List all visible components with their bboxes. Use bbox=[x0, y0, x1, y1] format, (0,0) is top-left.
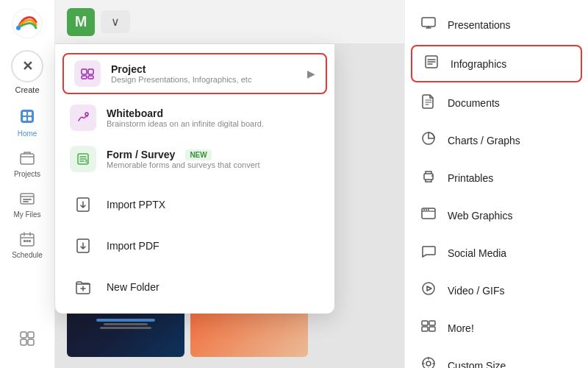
project-icon bbox=[74, 60, 101, 87]
rp-item-printables[interactable]: Printables bbox=[405, 159, 588, 197]
dropdown-item-whiteboard[interactable]: Whiteboard Brainstorm ideas on an infini… bbox=[55, 97, 334, 138]
new-folder-label: New Folder bbox=[107, 281, 159, 293]
import-pdf-icon bbox=[70, 233, 96, 259]
video-icon bbox=[420, 280, 437, 300]
web-graphics-icon bbox=[420, 205, 437, 225]
presentations-label: Presentations bbox=[448, 19, 511, 31]
main-content: M ∨ Project Design Presentations, Infogr… bbox=[55, 0, 404, 368]
video-label: Video / GIFs bbox=[448, 285, 505, 297]
documents-icon bbox=[420, 93, 437, 113]
svg-rect-4 bbox=[28, 112, 32, 116]
svg-point-36 bbox=[428, 209, 429, 210]
sidebar-item-home[interactable]: Home bbox=[0, 102, 54, 144]
whiteboard-text: Whiteboard Brainstorm ideas on an infini… bbox=[107, 107, 264, 128]
myfiles-icon bbox=[18, 190, 36, 210]
web-graphics-label: Web Graphics bbox=[448, 210, 512, 222]
project-arrow: ▶ bbox=[307, 68, 315, 79]
rp-item-social-media[interactable]: Social Media bbox=[405, 234, 588, 272]
svg-rect-15 bbox=[21, 332, 26, 338]
dropdown-item-project[interactable]: Project Design Presentations, Infographi… bbox=[62, 53, 327, 94]
svg-rect-10 bbox=[23, 201, 29, 202]
svg-point-43 bbox=[426, 361, 431, 366]
svg-rect-21 bbox=[82, 76, 87, 79]
sidebar-item-myfiles[interactable]: My Files bbox=[0, 184, 54, 224]
more-icon bbox=[420, 318, 437, 338]
svg-point-23 bbox=[85, 113, 88, 116]
svg-rect-18 bbox=[28, 339, 34, 345]
charts-label: Charts / Graphs bbox=[448, 135, 520, 146]
presentations-icon bbox=[420, 15, 437, 35]
dropdown-item-form[interactable]: Form / Survey NEW Memorable forms and su… bbox=[55, 138, 334, 180]
rp-item-charts[interactable]: Charts / Graphs bbox=[405, 121, 588, 159]
create-close-button[interactable]: ✕ bbox=[11, 50, 43, 82]
printables-label: Printables bbox=[448, 172, 493, 184]
svg-rect-31 bbox=[424, 174, 433, 180]
svg-rect-28 bbox=[422, 18, 435, 26]
charts-icon bbox=[420, 130, 437, 150]
infographics-label: Infographics bbox=[451, 58, 506, 70]
whiteboard-subtitle: Brainstorm ideas on an infinite digital … bbox=[107, 119, 264, 128]
svg-rect-9 bbox=[23, 199, 32, 200]
dropdown-item-import-pptx[interactable]: Import PPTX bbox=[55, 184, 334, 225]
rp-item-web-graphics[interactable]: Web Graphics bbox=[405, 197, 588, 234]
svg-rect-41 bbox=[429, 327, 435, 331]
svg-point-32 bbox=[431, 175, 433, 177]
form-subtitle: Memorable forms and surveys that convert bbox=[107, 160, 259, 169]
rp-item-infographics[interactable]: Infographics bbox=[411, 45, 582, 82]
more-label: More! bbox=[448, 322, 474, 334]
extra-icon bbox=[18, 330, 36, 350]
svg-rect-2 bbox=[21, 110, 34, 123]
svg-point-37 bbox=[423, 283, 434, 294]
whiteboard-icon bbox=[70, 105, 96, 131]
sidebar-myfiles-label: My Files bbox=[13, 210, 40, 219]
svg-rect-16 bbox=[28, 332, 34, 338]
svg-rect-40 bbox=[422, 327, 428, 331]
new-badge: NEW bbox=[185, 149, 211, 160]
sidebar-logo bbox=[11, 7, 43, 43]
custom-size-label: Custom Size bbox=[448, 360, 506, 369]
form-text: Form / Survey NEW Memorable forms and su… bbox=[107, 149, 259, 169]
social-media-icon bbox=[420, 243, 437, 263]
create-label: Create bbox=[15, 85, 39, 94]
sidebar-schedule-label: Schedule bbox=[12, 251, 43, 259]
close-icon: ✕ bbox=[22, 58, 33, 74]
schedule-icon bbox=[18, 230, 36, 251]
printables-icon bbox=[420, 168, 437, 188]
sidebar-item-schedule[interactable]: Schedule bbox=[0, 224, 54, 265]
sidebar-item-projects[interactable]: Projects bbox=[0, 144, 54, 184]
rp-item-custom-size[interactable]: Custom Size bbox=[405, 347, 588, 368]
svg-rect-5 bbox=[23, 117, 26, 121]
import-pptx-label: Import PPTX bbox=[107, 199, 165, 210]
right-panel: Presentations Infographics Documents bbox=[404, 0, 588, 368]
svg-rect-17 bbox=[21, 339, 26, 345]
rp-item-documents[interactable]: Documents bbox=[405, 84, 588, 121]
rp-item-video[interactable]: Video / GIFs bbox=[405, 272, 588, 309]
dropdown-item-new-folder[interactable]: New Folder bbox=[55, 266, 334, 308]
svg-point-1 bbox=[16, 26, 21, 30]
svg-point-34 bbox=[423, 209, 425, 210]
documents-label: Documents bbox=[448, 97, 500, 109]
form-icon bbox=[70, 146, 96, 172]
svg-rect-19 bbox=[82, 69, 87, 74]
social-media-label: Social Media bbox=[448, 247, 506, 259]
custom-size-icon bbox=[420, 355, 437, 368]
rp-item-more[interactable]: More! bbox=[405, 309, 588, 347]
import-pdf-label: Import PDF bbox=[107, 240, 159, 252]
svg-rect-7 bbox=[21, 154, 34, 164]
import-pptx-icon bbox=[70, 191, 96, 218]
project-text: Project Design Presentations, Infographi… bbox=[111, 63, 251, 84]
rp-item-presentations[interactable]: Presentations bbox=[405, 6, 588, 43]
svg-rect-20 bbox=[88, 69, 93, 74]
svg-rect-13 bbox=[26, 240, 29, 242]
dropdown-item-import-pdf[interactable]: Import PDF bbox=[55, 225, 334, 266]
dropdown-menu: Project Design Presentations, Infographi… bbox=[55, 44, 334, 314]
infographics-icon bbox=[423, 54, 440, 74]
sidebar-item-extra[interactable] bbox=[0, 324, 54, 356]
form-title: Form / Survey NEW bbox=[107, 149, 259, 160]
projects-icon bbox=[18, 149, 36, 170]
svg-rect-12 bbox=[24, 240, 26, 242]
svg-rect-3 bbox=[23, 112, 26, 116]
svg-rect-14 bbox=[29, 240, 31, 242]
whiteboard-title: Whiteboard bbox=[107, 107, 264, 119]
sidebar-projects-label: Projects bbox=[14, 170, 40, 178]
